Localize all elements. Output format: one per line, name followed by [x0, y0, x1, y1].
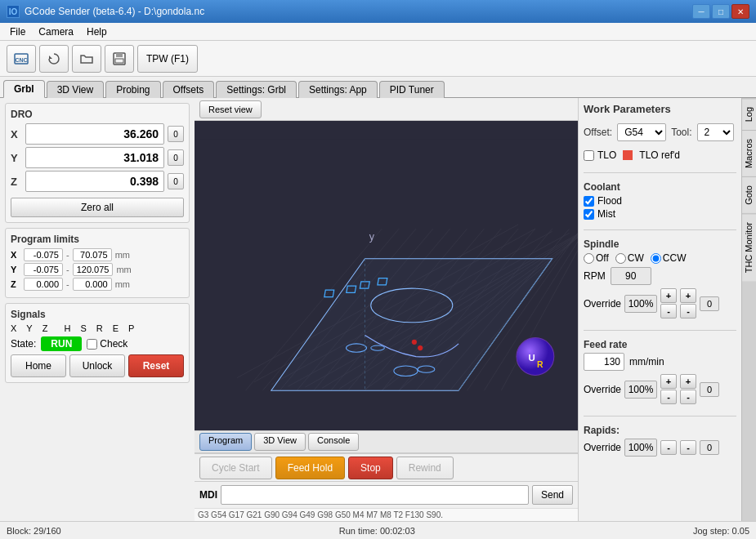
limits-x-max: 70.075 — [73, 248, 112, 261]
reset-button[interactable]: Reset — [128, 354, 184, 377]
svg-point-48 — [517, 338, 554, 376]
zero-all-button[interactable]: Zero all — [11, 198, 184, 217]
view-sub-toolbar: Reset view — [195, 98, 578, 121]
limits-y-label: Y — [11, 265, 20, 274]
goto-tab[interactable]: Goto — [742, 176, 756, 213]
spindle-override-step-down[interactable]: - — [680, 304, 696, 318]
reload-button[interactable] — [39, 45, 69, 73]
dro-title: DRO — [11, 109, 184, 120]
spindle-cw-radio[interactable] — [615, 253, 626, 264]
left-panel: DRO X 36.260 0 Y 31.018 0 Z 0.398 0 Zero… — [0, 98, 195, 521]
limits-x-label: X — [11, 250, 20, 260]
tab-settings-grbl[interactable]: Settings: Grbl — [216, 81, 297, 98]
console-tab[interactable]: Console — [308, 433, 359, 451]
spindle-override-row: Override 100% + - + - 0 — [584, 288, 736, 318]
program-tab[interactable]: Program — [199, 433, 252, 451]
spindle-override-up[interactable]: + — [660, 288, 677, 303]
tab-settings-app[interactable]: Settings: App — [298, 81, 378, 98]
dro-x-value: 36.260 — [25, 123, 164, 145]
reload-icon — [47, 51, 61, 66]
dro-y-zero-button[interactable]: 0 — [168, 149, 184, 166]
maximize-button[interactable]: □ — [712, 4, 730, 19]
visualization-area: y U R — [195, 121, 578, 430]
reset-view-button[interactable]: Reset view — [199, 100, 262, 118]
macros-tab[interactable]: Macros — [742, 130, 756, 176]
mist-checkbox[interactable] — [584, 209, 594, 220]
spindle-override-zero[interactable]: 0 — [700, 296, 719, 311]
feed-override-step-up[interactable]: + — [680, 374, 696, 389]
tab-offsets[interactable]: Offsets — [163, 81, 215, 98]
check-checkbox[interactable] — [87, 339, 97, 350]
feed-rate-input[interactable] — [584, 353, 624, 371]
signals-labels: X Y Z H S R E P — [11, 323, 184, 333]
side-tabs: Log Macros Goto THC Monitor — [741, 98, 756, 521]
rapids-override-minus2[interactable]: - — [680, 440, 696, 455]
cycle-start-button[interactable]: Cycle Start — [199, 457, 272, 479]
rapids-override-minus[interactable]: - — [660, 440, 677, 455]
unlock-button[interactable]: Unlock — [69, 354, 125, 377]
mist-label: Mist — [597, 208, 615, 220]
dro-z-zero-button[interactable]: 0 — [168, 173, 184, 189]
limits-z-max: 0.000 — [73, 278, 112, 291]
feed-override-label: Override — [584, 384, 621, 395]
signal-x: X — [11, 323, 16, 333]
divider-4 — [584, 416, 736, 416]
mdi-send-button[interactable]: Send — [532, 485, 573, 505]
tpw-button[interactable]: TPW (F1) — [137, 45, 198, 73]
coolant-title: Coolant — [584, 181, 736, 193]
feed-hold-button[interactable]: Feed Hold — [275, 457, 345, 479]
tab-probing[interactable]: Probing — [105, 81, 160, 98]
svg-rect-4 — [116, 53, 123, 57]
tab-pid-tuner[interactable]: PID Tuner — [379, 81, 445, 98]
action-buttons: Home Unlock Reset — [11, 354, 184, 377]
signal-z: Z — [42, 323, 48, 333]
feed-unit: mm/min — [629, 356, 664, 368]
mdi-label: MDI — [199, 489, 217, 501]
tool-select[interactable]: 2 — [697, 123, 734, 141]
mdi-input[interactable] — [221, 485, 529, 505]
cnc-button[interactable]: CNC — [7, 45, 36, 73]
titlebar: IO GCode Sender (beta-6.4) - D:\gondola.… — [0, 0, 756, 23]
rapids-title: Rapids: — [584, 425, 736, 436]
thc-monitor-tab[interactable]: THC Monitor — [742, 213, 756, 281]
tlo-row: TLO TLO ref'd — [584, 149, 736, 161]
run-time: Run time: 00:02:03 — [339, 526, 415, 536]
menu-file[interactable]: File — [3, 24, 32, 39]
close-button[interactable]: ✕ — [731, 4, 749, 19]
3dview-tab[interactable]: 3D View — [254, 433, 306, 451]
spindle-override-down[interactable]: - — [660, 304, 677, 318]
stop-button[interactable]: Stop — [348, 457, 393, 479]
spindle-ccw-radio[interactable] — [651, 253, 661, 264]
program-limits-section: Program limits X -0.075 - 70.075 mm Y -0… — [5, 228, 190, 298]
menu-help[interactable]: Help — [80, 24, 114, 39]
jog-step: Jog step: 0.05 — [693, 526, 749, 536]
spindle-off-radio[interactable] — [584, 253, 594, 264]
feed-override-zero[interactable]: 0 — [700, 382, 719, 397]
rewind-button[interactable]: Rewind — [396, 457, 454, 479]
state-label: State: — [11, 338, 36, 350]
minimize-button[interactable]: ─ — [692, 4, 710, 19]
rpm-value[interactable]: 90 — [611, 267, 651, 285]
menu-camera[interactable]: Camera — [32, 24, 80, 39]
save-button[interactable] — [105, 45, 134, 73]
dro-z-label: Z — [11, 176, 22, 188]
log-tab[interactable]: Log — [742, 98, 756, 130]
tab-3dview[interactable]: 3D View — [47, 81, 104, 98]
limits-y-row: Y -0.075 - 120.075 mm — [11, 263, 184, 276]
flood-label: Flood — [597, 195, 622, 207]
offset-select[interactable]: G54 — [617, 123, 666, 141]
home-button[interactable]: Home — [11, 354, 66, 377]
tab-grbl[interactable]: Grbl — [3, 80, 45, 98]
signal-y: Y — [26, 323, 32, 333]
tlo-checkbox[interactable] — [584, 150, 594, 161]
open-button[interactable] — [72, 45, 101, 73]
check-label: Check — [87, 338, 127, 350]
flood-checkbox[interactable] — [584, 196, 594, 207]
feed-override-up[interactable]: + — [660, 374, 677, 389]
dro-x-zero-button[interactable]: 0 — [168, 126, 184, 142]
feed-override-step-down[interactable]: - — [680, 390, 696, 404]
menubar: File Camera Help — [0, 23, 756, 41]
rapids-override-zero[interactable]: 0 — [700, 440, 719, 455]
spindle-override-step-up[interactable]: + — [680, 288, 696, 303]
feed-override-down[interactable]: - — [660, 390, 677, 404]
